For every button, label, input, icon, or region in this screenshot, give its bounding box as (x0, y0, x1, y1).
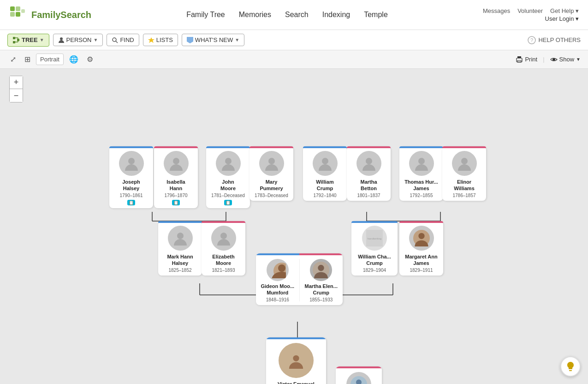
svg-point-53 (418, 233, 424, 239)
portrait-view-button[interactable]: Portrait (36, 54, 64, 65)
hint-button[interactable] (560, 356, 581, 377)
svg-point-40 (128, 158, 135, 164)
person-name: William Cha...Crump (355, 253, 394, 267)
person-card-margaret-james[interactable]: Margaret AnnJames 1829–1911 (399, 221, 443, 276)
main-navigation: Family Tree Memories Search Indexing Tem… (186, 11, 388, 19)
person-label: PERSON (66, 36, 92, 43)
top-right-area: Messages Volunteer Get Help ▾ User Login… (483, 7, 579, 22)
toolbar-divider: | (543, 56, 544, 63)
logo-text: FamilySearch (31, 10, 91, 20)
get-help-link[interactable]: Get Help ▾ (550, 7, 579, 14)
person-card-isabella-hann[interactable]: IsabellaHann 1796–1870 📋 (154, 146, 198, 208)
couple-card-gideon-martha[interactable]: Gideon Moo...Mumford 1848–1916 Martha El… (256, 253, 343, 305)
person-dates: 1792–1840 (307, 193, 343, 198)
tree-icon (12, 36, 20, 44)
view-toolbar-left: ⤢ ⊞ Portrait 🌐 ⚙ (7, 54, 96, 65)
person-card-catherine-neff[interactable]: Catherine B...Neff 1885–1972 📋 (336, 366, 382, 384)
settings-icon[interactable]: ⚙ (84, 54, 96, 65)
messages-link[interactable]: Messages (483, 7, 510, 14)
print-button[interactable]: Print (516, 56, 537, 63)
person-name: Thomas Hur...James (403, 179, 440, 192)
svg-point-47 (461, 158, 468, 164)
person-name: Margaret AnnJames (403, 253, 440, 267)
person-name: Martha Elen...Crump (303, 283, 340, 296)
svg-point-43 (268, 158, 275, 164)
person-card-mark-halsey[interactable]: Mark HannHalsey 1825–1852 (158, 221, 202, 276)
couple-person-martha[interactable]: Martha Elen...Crump 1855–1933 (300, 255, 343, 305)
globe-icon[interactable]: 🌐 (66, 54, 81, 65)
couple-person-gideon[interactable]: Gideon Moo...Mumford 1848–1916 (256, 255, 299, 305)
svg-point-42 (225, 158, 232, 164)
svg-rect-0 (10, 6, 15, 11)
find-button[interactable]: FIND (107, 34, 139, 46)
whats-new-button[interactable]: WHAT'S NEW ▼ (182, 34, 244, 46)
expand-icon[interactable]: ⤢ (7, 54, 19, 65)
person-name: ElizabethMoore (205, 253, 242, 267)
nav-search[interactable]: Search (285, 11, 309, 19)
person-dates: 1792–1855 (403, 193, 440, 198)
view-toolbar: ⤢ ⊞ Portrait 🌐 ⚙ Print | Show ▼ (0, 50, 588, 69)
person-name: MarthaBetton (350, 179, 387, 192)
whats-new-label: WHAT'S NEW (195, 36, 233, 43)
find-label: FIND (120, 36, 134, 43)
person-button[interactable]: PERSON ▼ (53, 34, 103, 46)
person-name: Gideon Moo...Mumford (259, 283, 297, 296)
svg-point-57 (318, 265, 325, 271)
help-others-button[interactable]: ? HELP OTHERS (528, 36, 581, 44)
zoom-controls: + − (9, 76, 23, 102)
nav-memories[interactable]: Memories (239, 11, 271, 19)
person-card-mary-pummery[interactable]: MaryPummery 1783–Deceased (249, 146, 293, 201)
lists-button[interactable]: LISTS (143, 34, 178, 46)
show-button[interactable]: Show ▼ (550, 56, 581, 63)
svg-rect-4 (21, 9, 25, 13)
person-card-martha-betton[interactable]: MarthaBetton 1801–1837 (347, 146, 391, 201)
svg-point-12 (113, 38, 116, 42)
person-card-victor-mumford[interactable]: Victor EmanuelMumford 1885–1973 (266, 337, 326, 384)
person-card-elizabeth-moore[interactable]: ElizabethMoore 1821–1893 (202, 221, 245, 276)
svg-rect-1 (16, 6, 20, 11)
zoom-out-button[interactable]: − (10, 89, 23, 102)
svg-rect-19 (517, 56, 521, 58)
person-name: ElinorWilliams (446, 179, 482, 192)
familysearch-logo-icon (9, 6, 28, 24)
person-dates: 1790–1861 (113, 193, 149, 198)
svg-text:?: ? (530, 37, 533, 43)
show-icon (550, 56, 558, 63)
person-dates: 1783–Deceased (253, 193, 290, 198)
svg-rect-6 (13, 41, 15, 43)
tree-button[interactable]: TREE ▼ (7, 34, 49, 47)
user-login[interactable]: User Login ▾ (545, 15, 579, 22)
person-dates: 1848–1916 (259, 297, 297, 302)
svg-point-46 (418, 158, 425, 164)
nav-indexing[interactable]: Indexing (322, 11, 350, 19)
tree-label: TREE (22, 36, 38, 43)
print-label: Print (525, 56, 537, 63)
view-toolbar-right: Print | Show ▼ (516, 56, 581, 63)
print-icon (516, 56, 523, 63)
chart-icon[interactable]: ⊞ (22, 54, 33, 65)
svg-marker-15 (187, 37, 193, 43)
person-dates: 1829–1911 (403, 268, 440, 273)
person-card-thomas-james[interactable]: Thomas Hur...James 1792–1855 (399, 146, 443, 201)
volunteer-link[interactable]: Volunteer (517, 7, 543, 14)
person-card-john-moore[interactable]: JohnMoore 1781–Deceased 📋 (206, 146, 250, 208)
svg-point-44 (322, 158, 328, 164)
person-dates: 1829–1904 (355, 268, 394, 273)
person-card-william-crump2[interactable]: handwriting William Cha...Crump 1829–190… (351, 221, 398, 276)
logo-area[interactable]: FamilySearch (9, 6, 91, 24)
lightbulb-icon (565, 361, 576, 372)
person-name: MaryPummery (253, 179, 290, 192)
person-card-elinor-williams[interactable]: ElinorWilliams 1786–1857 (442, 146, 486, 201)
person-name: Mark HannHalsey (162, 253, 198, 267)
svg-point-59 (293, 355, 299, 361)
nav-family-tree[interactable]: Family Tree (186, 11, 225, 19)
toolbar-left: TREE ▼ PERSON ▼ FIND LISTS WHAT'S NEW ▼ (7, 34, 244, 47)
zoom-in-button[interactable]: + (10, 76, 23, 89)
nav-temple[interactable]: Temple (364, 11, 388, 19)
person-card-joseph-halsey[interactable]: JosephHalsey 1790–1861 📋 (109, 146, 153, 208)
help-others-label: HELP OTHERS (538, 36, 581, 43)
person-card-william-crump[interactable]: WilliamCrump 1792–1840 (303, 146, 347, 201)
svg-line-13 (116, 41, 118, 43)
person-name: IsabellaHann (158, 179, 194, 192)
top-links: Messages Volunteer Get Help ▾ (483, 7, 579, 14)
